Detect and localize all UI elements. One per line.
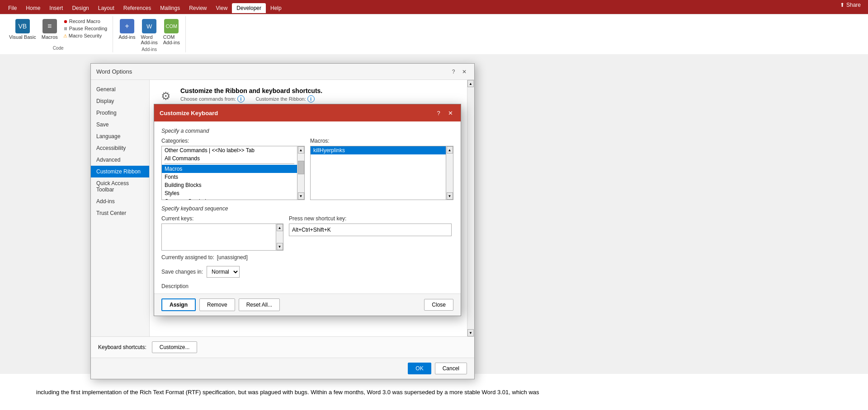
- sidebar-item-addins[interactable]: Add-ins: [91, 196, 149, 207]
- record-icon: ⏺: [63, 19, 68, 24]
- sidebar-item-advanced[interactable]: Advanced: [91, 154, 149, 166]
- sidebar-item-display[interactable]: Display: [91, 95, 149, 107]
- security-icon: ⚠: [63, 33, 67, 38]
- tab-view[interactable]: View: [212, 3, 232, 13]
- word-addins-button[interactable]: W WordAdd-ins: [139, 18, 159, 46]
- ck-scroll-up[interactable]: ▲: [277, 224, 283, 231]
- description-section: Description: [161, 283, 453, 294]
- addins-button[interactable]: + Add-ins: [117, 18, 137, 41]
- cat-scroll-down[interactable]: ▼: [298, 192, 304, 200]
- titlebar-controls: ? ✕: [449, 67, 469, 76]
- category-item-other-commands[interactable]: Other Commands | <<No label>> Tab: [162, 146, 297, 154]
- current-keys-label: Current keys:: [161, 215, 283, 222]
- com-addins-icon: COM: [164, 19, 179, 33]
- record-macro-button[interactable]: ⏺ Record Macro: [61, 18, 109, 24]
- word-options-sidebar: General Display Proofing Save Language A…: [91, 80, 150, 336]
- keyboard-shortcuts-row: Keyboard shortcuts: Customize...: [91, 336, 474, 358]
- remove-button[interactable]: Remove: [199, 298, 235, 311]
- reset-all-button[interactable]: Reset All...: [239, 298, 280, 311]
- tab-references[interactable]: References: [119, 3, 156, 13]
- macros-scrollbar[interactable]: ▲ ▼: [446, 146, 453, 200]
- ck-title: Customize Keyboard: [160, 110, 218, 116]
- tab-design[interactable]: Design: [67, 3, 93, 13]
- ck-close-button[interactable]: ✕: [445, 108, 455, 118]
- scroll-down-arrow[interactable]: ▼: [467, 329, 474, 336]
- sidebar-item-language[interactable]: Language: [91, 130, 149, 142]
- macro-scroll-down[interactable]: ▼: [447, 192, 453, 200]
- sidebar-item-proofing[interactable]: Proofing: [91, 107, 149, 119]
- sidebar-item-trust-center[interactable]: Trust Center: [91, 207, 149, 219]
- ribbon-group-addins: + Add-ins W WordAdd-ins COM COMAdd-ins A…: [113, 16, 186, 52]
- customize-keyboard-button[interactable]: Customize...: [152, 341, 198, 353]
- scroll-up-arrow[interactable]: ▲: [467, 80, 474, 87]
- ck-footer: Assign Remove Reset All... Close: [154, 294, 461, 316]
- document-area: including the first implementation of th…: [0, 54, 868, 410]
- current-keys-scrollbar[interactable]: ▲ ▼: [276, 224, 283, 250]
- ribbon-body: VB Visual Basic ≡ Macros ⏺ Record Macro …: [0, 14, 868, 54]
- sidebar-item-general[interactable]: General: [91, 84, 149, 95]
- macro-item-killhyerplinks[interactable]: killHyerplinks: [311, 146, 446, 154]
- addins-icon: +: [120, 19, 134, 33]
- macros-button[interactable]: ≡ Macros: [40, 18, 60, 41]
- customize-icon: ⚙: [157, 87, 175, 105]
- macros-list: killHyerplinks: [311, 146, 446, 200]
- cat-scroll-up[interactable]: ▲: [298, 146, 304, 154]
- categories-label: Categories:: [161, 138, 305, 144]
- category-item-all-commands[interactable]: All Commands: [162, 154, 297, 163]
- customize-subtitle: Choose commands from: i Customize the Ri…: [180, 95, 322, 102]
- categories-scrollbar[interactable]: ▲ ▼: [297, 146, 304, 200]
- tab-insert[interactable]: Insert: [45, 3, 67, 13]
- pause-recording-button[interactable]: ⏸ Pause Recording: [61, 25, 109, 32]
- category-item-building-blocks[interactable]: Building Blocks: [162, 181, 297, 189]
- cat-scroll-thumb[interactable]: [298, 161, 304, 174]
- tab-help[interactable]: Help: [266, 3, 286, 13]
- keyboard-section: Specify keyboard sequence Current keys: …: [161, 205, 453, 294]
- ok-button[interactable]: OK: [408, 363, 431, 374]
- word-options-help-button[interactable]: ?: [449, 67, 458, 76]
- assigned-row: Currently assigned to: [unassigned]: [161, 254, 453, 261]
- new-shortcut-input[interactable]: [289, 224, 452, 236]
- tab-home[interactable]: Home: [21, 3, 45, 13]
- word-options-scrollbar[interactable]: ▲ ▼: [467, 80, 474, 336]
- specify-command-columns: Categories: Other Commands | <<No label>…: [161, 138, 453, 200]
- tab-developer[interactable]: Developer: [232, 3, 266, 13]
- category-item-fonts[interactable]: Fonts: [162, 173, 297, 181]
- com-addins-button[interactable]: COM COMAdd-ins: [161, 18, 182, 46]
- sidebar-item-accessibility[interactable]: Accessibility: [91, 142, 149, 154]
- save-changes-dropdown[interactable]: Normal: [207, 266, 240, 278]
- doc-content: including the first implementation of th…: [36, 389, 539, 396]
- macros-label: Macros:: [310, 138, 453, 144]
- sidebar-item-save[interactable]: Save: [91, 119, 149, 130]
- visual-basic-button[interactable]: VB Visual Basic: [7, 18, 38, 41]
- current-keys-field[interactable]: ▲ ▼: [161, 224, 283, 251]
- category-item-macros[interactable]: Macros: [162, 165, 297, 173]
- share-button[interactable]: ⬆ Share: [840, 2, 861, 8]
- ck-footer-left: Assign Remove Reset All...: [161, 298, 280, 311]
- specify-command-title: Specify a command: [161, 128, 453, 134]
- ck-footer-right: Close: [424, 299, 453, 311]
- tab-layout[interactable]: Layout: [94, 3, 119, 13]
- subtitle-info-icon[interactable]: i: [237, 95, 245, 102]
- macro-security-button[interactable]: ⚠ Macro Security: [61, 33, 109, 39]
- ribbon-info-icon[interactable]: i: [307, 95, 315, 102]
- cancel-button[interactable]: Cancel: [435, 363, 467, 374]
- save-changes-row: Save changes in: Normal: [161, 266, 453, 278]
- word-options-close-button[interactable]: ✕: [460, 67, 469, 76]
- assign-button[interactable]: Assign: [161, 298, 196, 311]
- ck-help-button[interactable]: ?: [434, 108, 443, 118]
- keyboard-shortcuts-label: Keyboard shortcuts:: [98, 344, 146, 350]
- macro-scroll-up[interactable]: ▲: [447, 146, 453, 154]
- word-options-footer: OK Cancel: [91, 358, 474, 379]
- ribbon-group-code: VB Visual Basic ≡ Macros ⏺ Record Macro …: [4, 16, 113, 52]
- category-item-common-symbols[interactable]: Common Symbols: [162, 197, 297, 200]
- category-item-styles[interactable]: Styles: [162, 189, 297, 197]
- addins-group-label: Add-ins: [142, 47, 157, 52]
- sidebar-item-quick-access[interactable]: Quick Access Toolbar: [91, 177, 149, 196]
- sidebar-item-customize-ribbon[interactable]: Customize Ribbon: [91, 166, 149, 177]
- tab-file[interactable]: File: [4, 3, 21, 13]
- categories-column: Categories: Other Commands | <<No label>…: [161, 138, 305, 200]
- tab-mailings[interactable]: Mailings: [156, 3, 184, 13]
- tab-review[interactable]: Review: [184, 3, 211, 13]
- ck-scroll-down[interactable]: ▼: [277, 243, 283, 250]
- ck-close-footer-button[interactable]: Close: [424, 299, 453, 311]
